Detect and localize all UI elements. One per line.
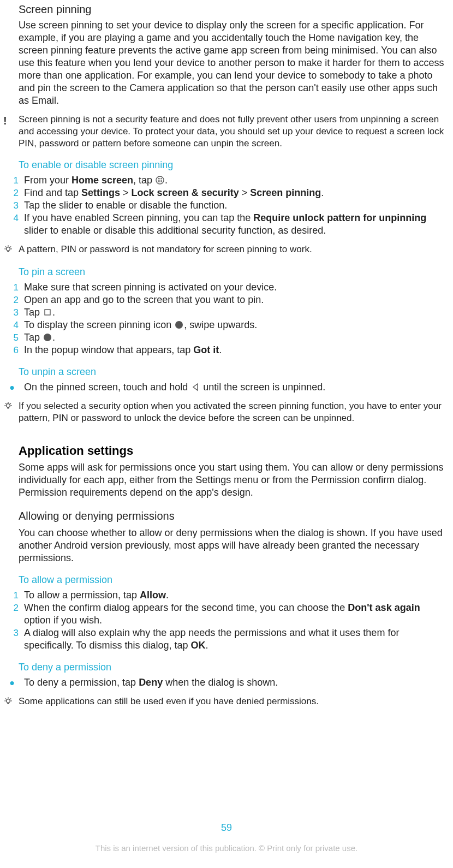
list-item: 5 Tap . xyxy=(5,331,445,344)
step-number: 3 xyxy=(5,199,19,212)
svg-line-27 xyxy=(5,403,7,404)
step-body: From your Home screen, tap . xyxy=(24,174,445,187)
step-number: 5 xyxy=(5,331,19,344)
unpin-tip-row: If you selected a security option when y… xyxy=(0,400,453,424)
home-screen-label: Home screen xyxy=(71,175,133,186)
step-number: 4 xyxy=(5,212,19,237)
text: To display the screen pinning icon xyxy=(24,319,174,330)
lightbulb-icon xyxy=(3,243,19,257)
list-item: 4 To display the screen pinning icon , s… xyxy=(5,319,445,331)
step-number: 1 xyxy=(5,281,19,294)
text: , tap xyxy=(133,175,155,186)
deny-label: Deny xyxy=(139,677,163,688)
allow-steps: 1 To allow a permission, tap Allow. 2 Wh… xyxy=(19,589,445,652)
pin-icon xyxy=(43,333,52,342)
recent-apps-icon xyxy=(43,308,52,317)
text: option if you wish. xyxy=(24,615,102,626)
step-number: 2 xyxy=(5,294,19,306)
text: . xyxy=(52,307,55,318)
step-number: 3 xyxy=(5,627,19,652)
text: A dialog will also explain why the app n… xyxy=(24,627,399,651)
unpin-tip: If you selected a security option when y… xyxy=(19,400,445,424)
step-body: To display the screen pinning icon , swi… xyxy=(24,319,445,331)
lock-screen-security-label: Lock screen & security xyxy=(132,187,239,198)
text: Tap xyxy=(24,307,43,318)
require-unlock-label: Require unlock pattern for unpinning xyxy=(253,212,426,223)
enable-steps: 1 From your Home screen, tap . 2 Find an… xyxy=(19,174,445,237)
unpin-bullets: • On the pinned screen, touch and hold u… xyxy=(19,381,445,394)
step-number: 2 xyxy=(5,187,19,199)
list-item: 2 Find and tap Settings > Lock screen & … xyxy=(5,187,445,199)
pin-icon xyxy=(175,320,183,329)
apps-grid-icon xyxy=(156,176,164,185)
list-item: 1Make sure that screen pinning is activa… xyxy=(5,281,445,294)
text: when the dialog is shown. xyxy=(163,677,278,688)
allow-deny-para: You can choose whether to allow or deny … xyxy=(19,527,445,564)
text: If you have enabled Screen pinning, you … xyxy=(24,212,253,223)
bullet-icon: • xyxy=(5,676,19,689)
svg-rect-11 xyxy=(7,251,9,252)
svg-line-16 xyxy=(10,246,11,247)
svg-point-4 xyxy=(158,180,159,181)
text: until the screen is unpinned. xyxy=(200,382,325,393)
text: From your xyxy=(24,175,71,186)
disclaimer: This is an internet version of this publ… xyxy=(0,843,453,853)
back-icon xyxy=(191,383,200,391)
step-number: 1 xyxy=(5,174,19,187)
screen-pinning-intro: Use screen pinning to set your device to… xyxy=(19,19,445,107)
step-body: Make sure that screen pinning is activat… xyxy=(24,281,445,294)
screen-pinning-warning-row: ! Screen pinning is not a security featu… xyxy=(0,114,453,150)
breadcrumb-sep: > xyxy=(120,187,132,198)
text: slider to enable or disable this additio… xyxy=(24,225,326,236)
deny-permission-heading: To deny a permission xyxy=(19,662,445,673)
bullet-icon: • xyxy=(5,381,19,394)
text: , swipe upwards. xyxy=(184,319,257,330)
text: To allow a permission, tap xyxy=(24,590,140,601)
svg-line-28 xyxy=(10,403,11,404)
text: Find and tap xyxy=(24,187,81,198)
step-body: Find and tap Settings > Lock screen & se… xyxy=(24,187,445,199)
list-item: 1 To allow a permission, tap Allow. xyxy=(5,589,445,602)
ok-label: OK xyxy=(190,640,205,651)
step-body: When the confirm dialog appears for the … xyxy=(24,602,445,627)
step-number: 4 xyxy=(5,319,19,331)
svg-point-10 xyxy=(7,247,10,251)
warning-icon: ! xyxy=(3,114,19,150)
svg-point-2 xyxy=(159,178,160,179)
svg-point-7 xyxy=(158,181,159,182)
app-settings-intro: Some apps will ask for permissions once … xyxy=(19,461,445,499)
step-body: To allow a permission, tap Allow. xyxy=(24,589,445,602)
screen-pinning-title: Screen pinning xyxy=(19,3,445,16)
text: . xyxy=(219,344,222,355)
bullet-body: On the pinned screen, touch and hold unt… xyxy=(24,381,445,394)
step-number: 3 xyxy=(5,306,19,319)
page-number: 59 xyxy=(0,822,453,834)
screen-pinning-label: Screen pinning xyxy=(250,187,321,198)
step-body: If you have enabled Screen pinning, you … xyxy=(24,212,445,237)
svg-rect-23 xyxy=(7,407,9,408)
deny-bullets: • To deny a permission, tap Deny when th… xyxy=(19,676,445,689)
text: . xyxy=(205,640,208,651)
svg-point-8 xyxy=(159,181,160,182)
step-number: 6 xyxy=(5,344,19,356)
text: When the confirm dialog appears for the … xyxy=(24,602,348,613)
list-item: • On the pinned screen, touch and hold u… xyxy=(5,381,445,394)
list-item: 3 A dialog will also explain why the app… xyxy=(5,627,445,652)
list-item: 2 When the confirm dialog appears for th… xyxy=(5,602,445,627)
enable-screen-pinning-heading: To enable or disable screen pinning xyxy=(19,159,445,171)
enable-tip: A pattern, PIN or password is not mandat… xyxy=(19,243,445,257)
page-footer: 59 This is an internet version of this p… xyxy=(0,822,453,853)
svg-point-22 xyxy=(7,404,10,408)
text: Tap xyxy=(24,332,43,343)
list-item: 3 Tap . xyxy=(5,306,445,319)
list-item: 6 In the popup window that appears, tap … xyxy=(5,344,445,356)
step-body: Open an app and go to the screen that yo… xyxy=(24,294,445,306)
step-body: A dialog will also explain why the app n… xyxy=(24,627,445,652)
step-body: Tap . xyxy=(24,331,445,344)
step-body: In the popup window that appears, tap Go… xyxy=(24,344,445,356)
svg-point-3 xyxy=(161,178,162,179)
svg-line-34 xyxy=(5,698,7,699)
svg-line-35 xyxy=(10,698,11,699)
list-item: • To deny a permission, tap Deny when th… xyxy=(5,676,445,689)
list-item: 4 If you have enabled Screen pinning, yo… xyxy=(5,212,445,237)
